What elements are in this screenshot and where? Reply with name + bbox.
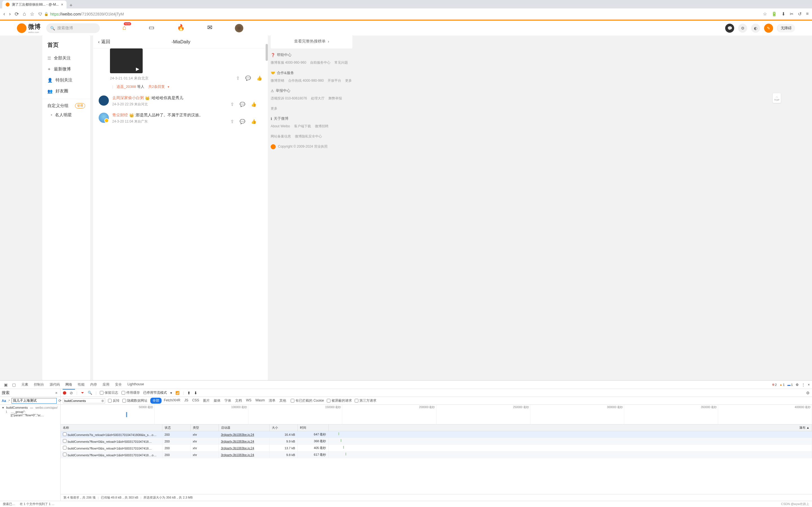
menu-icon[interactable]: ≡ xyxy=(806,11,809,17)
search-result-file[interactable]: ▾ buildComments — weibo.com/ajax/ xyxy=(2,406,58,409)
theme-icon[interactable]: ◐ xyxy=(751,24,760,33)
comment-icon[interactable]: 💬 xyxy=(240,102,245,107)
blocked-requests-checkbox[interactable]: 被屏蔽的请求 xyxy=(327,398,352,403)
new-tab-button[interactable]: + xyxy=(66,3,75,8)
network-timeline[interactable]: 50000 毫秒100000 毫秒150000 毫秒200000 毫秒25000… xyxy=(61,405,812,425)
history-icon[interactable]: ↺ xyxy=(798,11,802,17)
like-icon[interactable]: 👍 xyxy=(251,102,257,107)
filter-type[interactable]: 全部 xyxy=(150,398,161,404)
help-link[interactable]: 更多 xyxy=(271,106,277,112)
back-icon[interactable]: ‹ xyxy=(3,11,5,17)
comment-icon[interactable]: 💬 xyxy=(245,75,251,81)
reply-count[interactable]: 共2条回复 xyxy=(148,84,165,89)
comment-author[interactable]: 青尘财经 xyxy=(112,113,128,118)
clear-button[interactable]: ⊘ xyxy=(70,391,73,395)
devtools-tab[interactable]: 控制台 xyxy=(31,380,47,389)
invert-checkbox[interactable]: 反转 xyxy=(108,398,119,403)
filter-type[interactable]: JS xyxy=(183,398,190,404)
comment-author[interactable]: 去周深家偷小白粥 xyxy=(112,96,144,101)
upload-icon[interactable]: ⬆ xyxy=(187,391,191,395)
devtools-tab[interactable]: 元素 xyxy=(18,380,31,389)
site-logo[interactable]: 微博 weibo.com xyxy=(17,22,41,34)
initiator-link[interactable]: 3rdparty.3b1083be.js:24 xyxy=(221,440,254,443)
filter-input[interactable]: ⊗ xyxy=(63,398,105,403)
share-icon[interactable]: ⇪ xyxy=(231,119,234,124)
filter-type[interactable]: 文档 xyxy=(234,398,244,404)
gear-icon[interactable]: ⚙ xyxy=(806,391,810,395)
filter-type[interactable]: 图片 xyxy=(201,398,211,404)
preserve-log-checkbox[interactable]: 保留日志 xyxy=(100,390,118,395)
reply-user[interactable]: 逍遥_20388 xyxy=(116,84,136,89)
hide-data-urls-checkbox[interactable]: 隐藏数据网址 xyxy=(122,398,147,403)
scissors-icon[interactable]: ✂ xyxy=(790,11,794,17)
reload-icon[interactable]: ⟳ xyxy=(15,11,19,17)
tab-close-icon[interactable]: × xyxy=(61,2,63,7)
nav-message[interactable]: ✉ xyxy=(207,24,212,33)
network-request-row[interactable]: buildComments?flow=0&is_reload=1&id=5003… xyxy=(61,438,812,445)
devtools-tab[interactable]: 网络 xyxy=(63,380,75,390)
scrollbar[interactable] xyxy=(266,44,268,61)
inspect-icon[interactable]: ▣ xyxy=(2,383,9,387)
download-icon[interactable]: ⬇ xyxy=(781,11,785,17)
row-checkbox[interactable] xyxy=(63,446,66,450)
nav-video[interactable]: ▭ xyxy=(149,24,154,33)
regex-icon[interactable]: .* xyxy=(8,399,10,402)
row-checkbox[interactable] xyxy=(63,453,66,456)
help-link[interactable]: 舞弊举报 xyxy=(328,96,342,102)
chevron-down-icon[interactable]: ▾ xyxy=(170,391,172,395)
devtools-tab[interactable]: Lighthouse xyxy=(124,380,147,389)
comment-avatar[interactable] xyxy=(99,113,109,123)
network-request-row[interactable]: buildComments?is_reload=1&id=50031701047… xyxy=(61,431,812,438)
share-icon[interactable]: ⇪ xyxy=(231,102,234,107)
table-header[interactable]: 名称 xyxy=(61,425,162,431)
row-checkbox[interactable] xyxy=(63,439,66,443)
sidebar-item-friends[interactable]: 👥好友圈 xyxy=(42,86,90,97)
browser-tab[interactable]: 测了三次都徘徊在88... - @-M... × xyxy=(2,1,66,8)
search-input[interactable] xyxy=(11,398,57,404)
filter-type[interactable]: 其他 xyxy=(278,398,288,404)
table-header[interactable]: 状态 xyxy=(162,425,190,431)
nav-home[interactable]: ⌂NEW xyxy=(122,24,126,37)
scroll-top-button[interactable]: ︿ TOP xyxy=(772,93,781,103)
forward-icon[interactable]: › xyxy=(9,11,11,17)
sidebar-group-item[interactable]: 名人明星 xyxy=(42,110,90,120)
table-header[interactable]: 时间 xyxy=(297,425,328,431)
devtools-tab[interactable]: 应用 xyxy=(100,380,112,389)
table-header[interactable]: 大小 xyxy=(269,425,297,431)
manage-button[interactable]: 管理 xyxy=(75,103,85,108)
kebab-icon[interactable]: ⋮ xyxy=(802,383,805,387)
help-link[interactable]: 违规投诉 010-60618076 xyxy=(271,96,307,102)
nav-avatar[interactable] xyxy=(235,24,243,33)
initiator-link[interactable]: 3rdparty.3b1083be.js:24 xyxy=(221,433,254,436)
record-button[interactable] xyxy=(63,391,66,395)
search-icon[interactable]: 🔍 xyxy=(88,391,92,395)
warning-count[interactable]: 1 xyxy=(779,383,784,386)
help-link[interactable]: 客户端下载 xyxy=(294,123,311,129)
like-icon[interactable]: 👍 xyxy=(257,75,262,81)
url-bar[interactable]: 🛡 🔒 https://weibo.com/7190522839/O1kt4jT… xyxy=(38,12,759,16)
devtools-tab[interactable]: 性能 xyxy=(75,380,87,389)
row-checkbox[interactable] xyxy=(63,432,66,436)
help-link[interactable]: 微博营销 xyxy=(271,78,284,84)
table-header[interactable]: 类型 xyxy=(190,425,218,431)
filter-type[interactable]: WS xyxy=(244,398,253,404)
error-count[interactable]: 2 xyxy=(772,383,777,386)
filter-type[interactable]: 媒体 xyxy=(212,398,222,404)
devtools-tab[interactable]: 安全 xyxy=(112,380,124,389)
settings-icon[interactable]: ⚙ xyxy=(738,24,747,33)
disable-cache-checkbox[interactable]: 停用缓存 xyxy=(121,390,140,395)
post-image[interactable] xyxy=(110,48,143,73)
network-request-row[interactable]: buildComments?flow=0&is_reload=1&id=5003… xyxy=(61,452,812,458)
search-box[interactable]: 🔍 搜索微博 xyxy=(46,23,100,33)
chevron-down-icon[interactable]: ▼ xyxy=(167,86,170,89)
help-link[interactable]: 开放平台 xyxy=(327,78,341,84)
home-icon[interactable]: ⌂ xyxy=(23,11,26,17)
case-sensitive-icon[interactable]: Aa xyxy=(2,399,6,403)
bookmark-icon[interactable]: ☆ xyxy=(30,11,35,17)
wifi-icon[interactable]: 📶 xyxy=(175,391,180,395)
filter-type[interactable]: CSS xyxy=(191,398,201,404)
sidebar-item-latest[interactable]: ✦最新微博 xyxy=(42,64,90,75)
sidebar-item-special[interactable]: 👤特别关注 xyxy=(42,75,90,86)
third-party-checkbox[interactable]: 第三方请求 xyxy=(355,398,376,403)
filter-type[interactable]: 清单 xyxy=(267,398,277,404)
